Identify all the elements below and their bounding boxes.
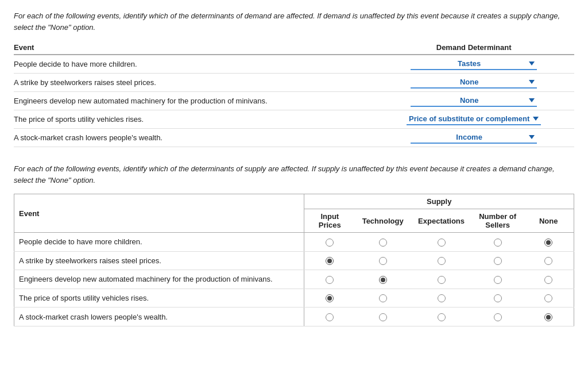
- radio-expectations-icon[interactable]: [438, 294, 446, 302]
- supply-radio-technology[interactable]: [355, 233, 411, 252]
- demand-event-cell: A strike by steelworkers raises steel pr…: [14, 74, 378, 92]
- supply-radio-technology[interactable]: [355, 270, 411, 289]
- supply-table-row: Engineers develop new automated machiner…: [14, 270, 574, 289]
- supply-radio-expectations[interactable]: [411, 270, 472, 289]
- supply-technology-header: Technology: [355, 209, 411, 233]
- demand-dropdown-cell: Tastes: [378, 55, 574, 74]
- chevron-down-icon: [529, 98, 535, 102]
- radio-none-icon[interactable]: [544, 239, 552, 247]
- supply-radio-number-sellers[interactable]: [472, 289, 523, 308]
- supply-radio-expectations[interactable]: [411, 308, 472, 326]
- demand-table-row: Engineers develop new automated machiner…: [14, 92, 574, 110]
- radio-number-sellers-icon[interactable]: [494, 276, 502, 284]
- radio-expectations-icon[interactable]: [438, 239, 446, 247]
- radio-number-sellers-icon[interactable]: [494, 239, 502, 247]
- supply-radio-none[interactable]: [523, 233, 574, 252]
- supply-radio-input-prices[interactable]: [304, 233, 355, 252]
- demand-dropdown[interactable]: None: [411, 95, 537, 107]
- demand-dropdown[interactable]: None: [411, 76, 537, 89]
- radio-number-sellers-icon[interactable]: [494, 313, 502, 321]
- demand-event-col-header: Event: [14, 41, 378, 55]
- supply-none-header: None: [523, 209, 574, 233]
- radio-technology-icon[interactable]: [379, 313, 387, 321]
- chevron-down-icon: [529, 135, 535, 139]
- supply-radio-none[interactable]: [523, 289, 574, 308]
- supply-group-header: Supply: [304, 194, 574, 209]
- supply-radio-input-prices[interactable]: [304, 251, 355, 270]
- demand-dropdown-label: Income: [413, 133, 525, 141]
- radio-technology-icon[interactable]: [379, 257, 387, 265]
- demand-dropdown[interactable]: Income: [411, 132, 537, 144]
- radio-expectations-icon[interactable]: [438, 276, 446, 284]
- demand-table-row: People decide to have more children.Tast…: [14, 55, 574, 74]
- supply-event-cell: A stock-market crash lowers people's wea…: [14, 308, 304, 326]
- demand-dropdown-label: Tastes: [413, 59, 525, 68]
- radio-technology-icon[interactable]: [379, 294, 387, 302]
- radio-number-sellers-icon[interactable]: [494, 257, 502, 265]
- demand-event-cell: A stock-market crash lowers people's wea…: [14, 129, 378, 147]
- supply-radio-number-sellers[interactable]: [472, 251, 523, 270]
- radio-input-prices-icon[interactable]: [326, 313, 334, 321]
- supply-radio-number-sellers[interactable]: [472, 308, 523, 326]
- supply-instructions: For each of the following events, identi…: [14, 163, 574, 186]
- supply-radio-none[interactable]: [523, 251, 574, 270]
- supply-event-cell: A strike by steelworkers raises steel pr…: [14, 251, 304, 270]
- demand-dropdown-label: None: [413, 96, 525, 105]
- supply-radio-input-prices[interactable]: [304, 308, 355, 326]
- demand-table: Event Demand Determinant People decide t…: [14, 41, 574, 147]
- supply-input-prices-header: InputPrices: [304, 209, 355, 233]
- supply-radio-none[interactable]: [523, 270, 574, 289]
- supply-table-row: A strike by steelworkers raises steel pr…: [14, 251, 574, 270]
- demand-event-cell: Engineers develop new automated machiner…: [14, 92, 378, 110]
- radio-input-prices-icon[interactable]: [326, 294, 334, 302]
- radio-expectations-icon[interactable]: [438, 313, 446, 321]
- radio-technology-icon[interactable]: [379, 276, 387, 284]
- radio-none-icon[interactable]: [544, 294, 552, 302]
- supply-radio-technology[interactable]: [355, 289, 411, 308]
- radio-input-prices-icon[interactable]: [326, 257, 334, 265]
- supply-radio-number-sellers[interactable]: [472, 233, 523, 252]
- supply-event-col-header: Event: [14, 194, 304, 233]
- supply-table: Event Supply InputPrices Technology Expe…: [14, 194, 574, 326]
- supply-radio-none[interactable]: [523, 308, 574, 326]
- demand-dropdown-cell: None: [378, 74, 574, 92]
- demand-event-cell: The price of sports utility vehicles ris…: [14, 110, 378, 129]
- supply-radio-input-prices[interactable]: [304, 270, 355, 289]
- demand-determinant-col-header: Demand Determinant: [378, 41, 574, 55]
- supply-radio-expectations[interactable]: [411, 289, 472, 308]
- supply-table-row: The price of sports utility vehicles ris…: [14, 289, 574, 308]
- supply-table-row: A stock-market crash lowers people's wea…: [14, 308, 574, 326]
- radio-expectations-icon[interactable]: [438, 257, 446, 265]
- demand-instructions: For each of the following events, identi…: [14, 10, 574, 33]
- supply-table-row: People decide to have more children.: [14, 233, 574, 252]
- demand-dropdown[interactable]: Price of substitute or complement: [407, 113, 541, 125]
- supply-number-sellers-header: Number ofSellers: [472, 209, 523, 233]
- radio-none-icon[interactable]: [544, 276, 552, 284]
- supply-event-cell: People decide to have more children.: [14, 233, 304, 252]
- supply-expectations-header: Expectations: [411, 209, 472, 233]
- supply-radio-input-prices[interactable]: [304, 289, 355, 308]
- supply-event-cell: Engineers develop new automated machiner…: [14, 270, 304, 289]
- demand-table-row: The price of sports utility vehicles ris…: [14, 110, 574, 129]
- demand-dropdown-cell: Income: [378, 129, 574, 147]
- supply-event-cell: The price of sports utility vehicles ris…: [14, 289, 304, 308]
- demand-dropdown-label: None: [413, 78, 525, 86]
- radio-none-icon[interactable]: [544, 313, 552, 321]
- demand-table-row: A strike by steelworkers raises steel pr…: [14, 74, 574, 92]
- radio-none-icon[interactable]: [544, 257, 552, 265]
- chevron-down-icon: [529, 62, 535, 66]
- demand-event-cell: People decide to have more children.: [14, 55, 378, 74]
- demand-dropdown[interactable]: Tastes: [411, 58, 537, 70]
- supply-radio-technology[interactable]: [355, 308, 411, 326]
- radio-input-prices-icon[interactable]: [326, 276, 334, 284]
- chevron-down-icon: [533, 117, 539, 121]
- radio-input-prices-icon[interactable]: [326, 239, 334, 247]
- radio-technology-icon[interactable]: [379, 239, 387, 247]
- supply-radio-technology[interactable]: [355, 251, 411, 270]
- supply-radio-expectations[interactable]: [411, 251, 472, 270]
- supply-radio-number-sellers[interactable]: [472, 270, 523, 289]
- chevron-down-icon: [529, 80, 535, 84]
- radio-number-sellers-icon[interactable]: [494, 294, 502, 302]
- demand-dropdown-cell: None: [378, 92, 574, 110]
- supply-radio-expectations[interactable]: [411, 233, 472, 252]
